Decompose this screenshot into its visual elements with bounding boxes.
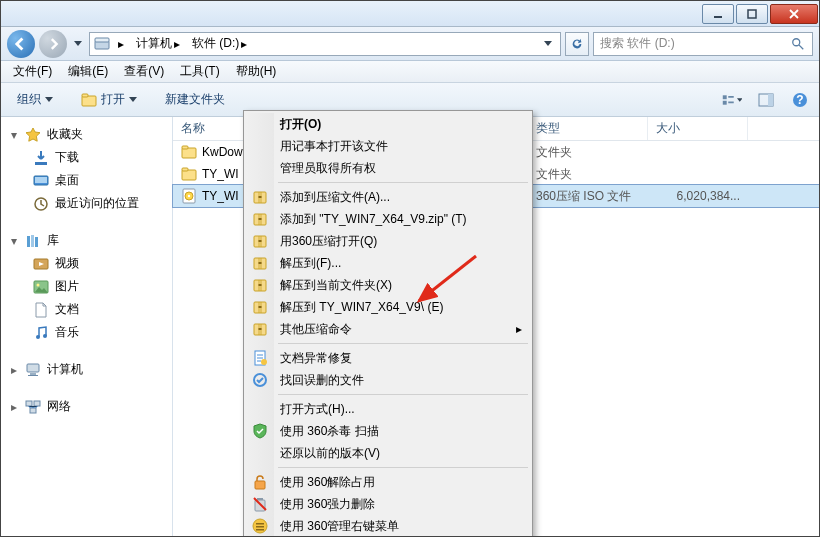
context-menu-item[interactable]: 解压到(F)...: [246, 252, 530, 274]
address-bar[interactable]: ▸ 计算机 ▸ 软件 (D:) ▸: [89, 32, 561, 56]
open-icon: [81, 92, 97, 108]
preview-pane-button[interactable]: [755, 89, 777, 111]
close-button[interactable]: [770, 4, 818, 24]
menu-help[interactable]: 帮助(H): [228, 61, 285, 82]
sidebar-item-desktop[interactable]: 桌面: [1, 169, 172, 192]
maximize-button[interactable]: [736, 4, 768, 24]
svg-rect-68: [256, 529, 264, 531]
sidebar-favorites-header[interactable]: ▾ 收藏夹: [1, 123, 172, 146]
context-menu-item[interactable]: 其他压缩命令▸: [246, 318, 530, 340]
svg-rect-29: [34, 401, 40, 406]
view-options-button[interactable]: [721, 89, 743, 111]
context-menu-item[interactable]: 打开方式(H)...: [246, 398, 530, 420]
col-type[interactable]: 类型: [528, 117, 648, 140]
svg-rect-28: [26, 401, 32, 406]
context-menu-item[interactable]: 解压到 TY_WIN7_X64_V9\ (E): [246, 296, 530, 318]
context-menu-item[interactable]: 解压到当前文件夹(X): [246, 274, 530, 296]
sidebar-item-downloads[interactable]: 下载: [1, 146, 172, 169]
menu-item-label: 添加到 "TY_WIN7_X64_V9.zip" (T): [280, 211, 467, 228]
navbar: ▸ 计算机 ▸ 软件 (D:) ▸ 搜索 软件 (D:): [1, 27, 819, 61]
context-menu-item[interactable]: 使用 360杀毒 扫描: [246, 420, 530, 442]
file-size: 6,020,384...: [648, 189, 748, 203]
help-button[interactable]: ?: [789, 89, 811, 111]
menubar: 文件(F) 编辑(E) 查看(V) 工具(T) 帮助(H): [1, 61, 819, 83]
sidebar-item-recent[interactable]: 最近访问的位置: [1, 192, 172, 215]
context-menu-item[interactable]: 管理员取得所有权: [246, 157, 530, 179]
sidebar-network-header[interactable]: ▸ 网络: [1, 395, 172, 418]
svg-rect-13: [35, 162, 47, 165]
breadcrumb-computer[interactable]: 计算机 ▸: [132, 35, 184, 52]
back-button[interactable]: [7, 30, 35, 58]
recent-icon: [33, 196, 49, 212]
menu-item-label: 使用 360管理右键菜单: [280, 518, 399, 535]
menu-tools[interactable]: 工具(T): [172, 61, 227, 82]
menu-file[interactable]: 文件(F): [5, 61, 60, 82]
svg-point-60: [261, 359, 267, 365]
svg-rect-43: [259, 218, 262, 220]
context-menu-item[interactable]: 还原以前的版本(V): [246, 442, 530, 464]
col-size[interactable]: 大小: [648, 117, 748, 140]
svg-rect-0: [714, 16, 722, 18]
context-menu-item[interactable]: 用记事本打开该文件: [246, 135, 530, 157]
svg-rect-1: [748, 10, 756, 18]
svg-rect-30: [30, 408, 36, 413]
context-menu-item[interactable]: 文档异常修复: [246, 347, 530, 369]
iso-icon: [181, 188, 197, 204]
menu-item-label: 用360压缩打开(Q): [280, 233, 377, 250]
menu-item-label: 解压到 TY_WIN7_X64_V9\ (E): [280, 299, 443, 316]
context-menu-item[interactable]: 添加到 "TY_WIN7_X64_V9.zip" (T): [246, 208, 530, 230]
svg-point-37: [188, 195, 190, 197]
sidebar-libraries-header[interactable]: ▾ 库: [1, 229, 172, 252]
refresh-button[interactable]: [565, 32, 589, 56]
svg-rect-6: [82, 94, 88, 97]
svg-rect-34: [182, 168, 188, 171]
svg-rect-40: [259, 196, 262, 198]
menu-item-label: 用记事本打开该文件: [280, 138, 388, 155]
context-menu-item[interactable]: 打开(O): [246, 113, 530, 135]
breadcrumb-drive[interactable]: 软件 (D:) ▸: [188, 35, 251, 52]
context-menu-item[interactable]: 使用 360管理右键菜单: [246, 515, 530, 537]
svg-rect-7: [723, 95, 727, 99]
organize-button[interactable]: 组织: [9, 88, 61, 111]
sidebar-computer-header[interactable]: ▸ 计算机: [1, 358, 172, 381]
search-placeholder: 搜索 软件 (D:): [600, 35, 675, 52]
svg-rect-26: [30, 373, 36, 375]
sidebar-item-documents[interactable]: 文档: [1, 298, 172, 321]
open-button[interactable]: 打开: [73, 88, 145, 111]
nav-history-dropdown[interactable]: [71, 34, 85, 54]
context-menu-item[interactable]: 添加到压缩文件(A)...: [246, 186, 530, 208]
svg-rect-49: [259, 262, 262, 264]
forward-button[interactable]: [39, 30, 67, 58]
menu-item-label: 使用 360解除占用: [280, 474, 375, 491]
breadcrumb-sep[interactable]: ▸: [114, 37, 128, 51]
search-input[interactable]: 搜索 软件 (D:): [593, 32, 813, 56]
library-icon: [25, 233, 41, 249]
recover-icon: [252, 372, 268, 388]
desktop-icon: [33, 173, 49, 189]
menu-separator: [278, 394, 528, 395]
context-menu-item[interactable]: 找回误删的文件: [246, 369, 530, 391]
new-folder-button[interactable]: 新建文件夹: [157, 88, 233, 111]
menu-view[interactable]: 查看(V): [116, 61, 172, 82]
svg-rect-3: [95, 38, 109, 42]
svg-point-24: [43, 334, 47, 338]
sidebar-item-pictures[interactable]: 图片: [1, 275, 172, 298]
svg-text:?: ?: [796, 93, 803, 107]
chevron-right-icon: ▸: [9, 400, 19, 414]
context-menu-item[interactable]: 使用 360强力删除: [246, 493, 530, 515]
svg-rect-19: [35, 237, 38, 247]
menu-edit[interactable]: 编辑(E): [60, 61, 116, 82]
chevron-down-icon: ▾: [9, 234, 19, 248]
unlock-icon: [252, 474, 268, 490]
star-icon: [25, 127, 41, 143]
document-icon: [33, 302, 49, 318]
context-menu-item[interactable]: 使用 360解除占用: [246, 471, 530, 493]
svg-rect-67: [256, 526, 264, 528]
svg-rect-18: [31, 235, 34, 247]
minimize-button[interactable]: [702, 4, 734, 24]
context-menu-item[interactable]: 用360压缩打开(Q): [246, 230, 530, 252]
address-dropdown-icon[interactable]: [540, 36, 556, 52]
menu-manage-icon: [252, 518, 268, 534]
sidebar-item-videos[interactable]: 视频: [1, 252, 172, 275]
sidebar-item-music[interactable]: 音乐: [1, 321, 172, 344]
